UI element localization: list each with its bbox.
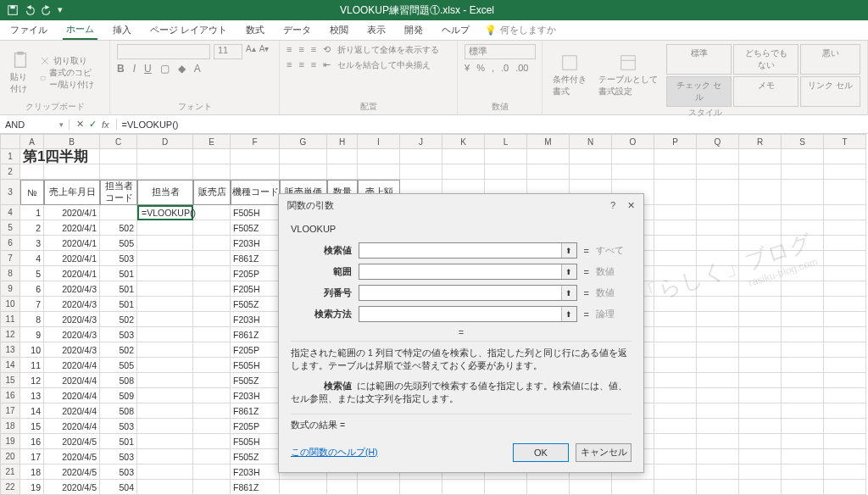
cell[interactable] <box>137 342 193 358</box>
cell[interactable] <box>193 358 231 373</box>
row-header[interactable]: 12 <box>0 327 20 342</box>
cell[interactable]: 7 <box>20 297 44 312</box>
cell[interactable] <box>739 312 782 327</box>
cell[interactable] <box>570 480 612 495</box>
cell[interactable]: 501 <box>100 434 137 449</box>
cell[interactable]: 503 <box>100 327 137 342</box>
cell[interactable] <box>697 281 739 297</box>
col-header[interactable]: C <box>100 134 137 149</box>
cell[interactable]: F861Z <box>231 403 280 419</box>
cell[interactable] <box>654 388 697 403</box>
cell[interactable] <box>739 149 782 164</box>
align-top-icon[interactable]: ≡ <box>287 44 292 56</box>
cell[interactable]: 1 <box>20 205 44 220</box>
cell[interactable] <box>824 327 866 342</box>
ok-button[interactable]: OK <box>513 443 569 462</box>
col-header[interactable]: J <box>400 134 442 149</box>
cell[interactable] <box>654 236 697 251</box>
cell[interactable] <box>100 164 137 180</box>
row-header[interactable]: 21 <box>0 464 20 480</box>
cell[interactable] <box>654 403 697 419</box>
cell[interactable] <box>527 480 570 495</box>
cell[interactable] <box>824 251 866 266</box>
cell[interactable]: 3 <box>20 236 44 251</box>
cell[interactable]: F205H <box>231 281 280 297</box>
cell[interactable] <box>739 449 782 464</box>
cell[interactable]: 2020/4/4 <box>44 388 100 403</box>
arg-input[interactable]: ⬆ <box>359 242 577 259</box>
row-header[interactable]: 15 <box>0 373 20 388</box>
cell[interactable] <box>739 180 782 205</box>
cell[interactable]: 501 <box>100 281 137 297</box>
cell[interactable] <box>824 403 866 419</box>
tab-insert[interactable]: 挿入 <box>109 21 135 39</box>
cell[interactable] <box>137 464 193 480</box>
increase-decimal-icon[interactable]: .0 <box>501 63 509 73</box>
cell[interactable] <box>485 149 527 164</box>
cell[interactable] <box>193 403 231 419</box>
cell[interactable] <box>193 373 231 388</box>
cell[interactable]: 501 <box>100 297 137 312</box>
cell[interactable] <box>137 312 193 327</box>
cell[interactable] <box>782 220 824 236</box>
cell[interactable]: 504 <box>100 480 137 495</box>
cell[interactable] <box>697 388 739 403</box>
cell[interactable] <box>697 434 739 449</box>
cell[interactable]: 508 <box>100 403 137 419</box>
cell[interactable] <box>137 449 193 464</box>
cell[interactable] <box>824 342 866 358</box>
cell[interactable] <box>231 164 280 180</box>
font-color-button[interactable]: A <box>194 63 201 75</box>
row-header[interactable]: 22 <box>0 480 20 495</box>
cell[interactable]: 2020/4/5 <box>44 449 100 464</box>
merge-center-button[interactable]: セルを結合して中央揃え <box>337 59 431 71</box>
cell[interactable] <box>193 449 231 464</box>
cell[interactable] <box>697 180 739 205</box>
row-header[interactable]: 19 <box>0 434 20 449</box>
help-icon[interactable]: ? <box>610 200 615 211</box>
cell[interactable] <box>654 266 697 281</box>
col-header[interactable]: S <box>782 134 824 149</box>
cell[interactable] <box>824 236 866 251</box>
cell[interactable] <box>654 480 697 495</box>
cell[interactable] <box>654 419 697 434</box>
align-right-icon[interactable]: ≡ <box>311 59 316 71</box>
underline-button[interactable]: U <box>144 63 152 75</box>
cell[interactable]: 担当者 <box>137 180 193 205</box>
cell[interactable] <box>280 149 327 164</box>
row-header[interactable]: 6 <box>0 236 20 251</box>
cell[interactable] <box>697 403 739 419</box>
cell[interactable] <box>782 251 824 266</box>
cell[interactable] <box>782 327 824 342</box>
save-icon[interactable] <box>7 4 19 16</box>
cell[interactable] <box>697 342 739 358</box>
col-header[interactable]: K <box>442 134 485 149</box>
cell[interactable]: 2020/4/3 <box>44 281 100 297</box>
cell[interactable] <box>697 373 739 388</box>
range-select-icon[interactable]: ⬆ <box>561 264 576 279</box>
cell[interactable] <box>739 297 782 312</box>
cell[interactable] <box>44 149 100 164</box>
cell[interactable]: F505H <box>231 358 280 373</box>
cell[interactable] <box>654 312 697 327</box>
cell[interactable] <box>442 164 485 180</box>
cell[interactable] <box>137 434 193 449</box>
cell[interactable] <box>739 220 782 236</box>
cell[interactable]: 2020/4/4 <box>44 373 100 388</box>
cell[interactable]: 16 <box>20 434 44 449</box>
cell[interactable] <box>137 220 193 236</box>
tab-formulas[interactable]: 数式 <box>242 21 268 39</box>
cell[interactable] <box>193 464 231 480</box>
col-header[interactable]: P <box>654 134 697 149</box>
cell[interactable] <box>327 164 358 180</box>
cell[interactable]: 第1四半期 <box>20 149 44 164</box>
cell[interactable]: 503 <box>100 419 137 434</box>
cell[interactable]: 2020/4/3 <box>44 342 100 358</box>
cell[interactable]: 10 <box>20 342 44 358</box>
tab-developer[interactable]: 開発 <box>401 21 426 39</box>
fx-icon[interactable]: fx <box>102 120 109 130</box>
row-header[interactable]: 10 <box>0 297 20 312</box>
cell[interactable]: 502 <box>100 312 137 327</box>
cell[interactable] <box>782 164 824 180</box>
font-size-select[interactable]: 11 <box>214 44 242 59</box>
